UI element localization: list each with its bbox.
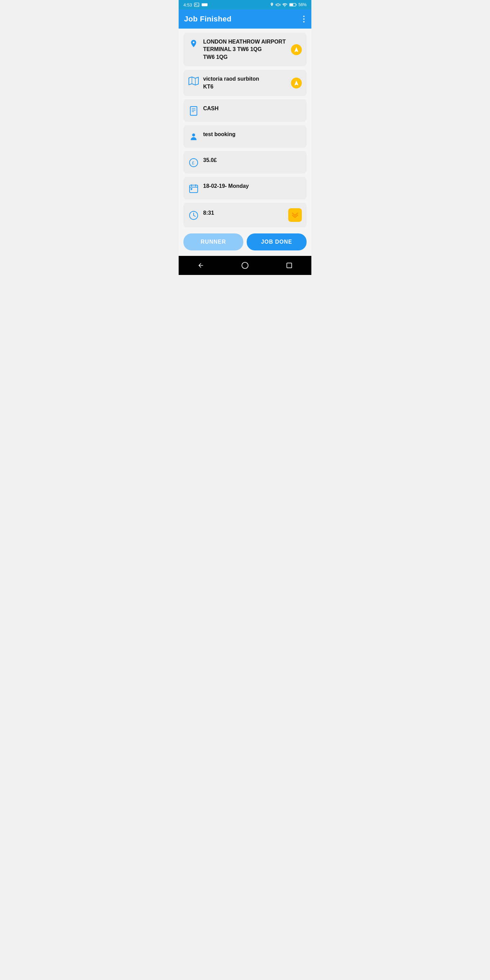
bottom-navigation	[179, 256, 311, 275]
status-bar: 4:53 56%	[179, 0, 311, 10]
clock-icon	[188, 210, 199, 221]
navigate-badge-pickup[interactable]	[291, 44, 302, 55]
svg-point-10	[192, 134, 195, 137]
calendar-icon	[188, 183, 199, 194]
svg-rect-4	[296, 4, 296, 5]
pickup-location-card: LONDON HEATHROW AIRPORT TERMINAL 3 TW6 1…	[183, 33, 307, 66]
action-buttons-row: RUNNER JOB DONE	[183, 231, 307, 252]
location-status-icon	[270, 2, 274, 7]
svg-point-21	[242, 262, 248, 269]
payment-method-card: CASH	[183, 99, 307, 122]
status-left: 4:53	[183, 2, 208, 8]
back-nav-button[interactable]	[196, 261, 205, 270]
dropoff-address-text: victoria raod surbitonKT6	[203, 75, 259, 91]
time-card: 8:31	[183, 203, 307, 227]
home-nav-button[interactable]	[240, 261, 250, 270]
expand-chevron-button[interactable]	[288, 208, 302, 222]
passenger-text: test booking	[203, 130, 235, 138]
main-content: LONDON HEATHROW AIRPORT TERMINAL 3 TW6 1…	[179, 29, 311, 256]
wifi-icon	[282, 3, 288, 7]
receipt-icon	[188, 105, 199, 116]
svg-text:£: £	[192, 160, 195, 165]
media-icon	[202, 3, 208, 7]
runner-button[interactable]: RUNNER	[183, 234, 243, 250]
person-icon	[188, 131, 199, 142]
status-right: 56%	[270, 2, 307, 7]
map-icon	[188, 76, 199, 87]
image-icon	[194, 2, 199, 7]
battery-text: 56%	[298, 2, 307, 7]
svg-rect-5	[290, 4, 293, 6]
page-title: Job Finished	[184, 14, 231, 24]
time-display: 4:53	[183, 2, 192, 8]
fare-text: 35.0£	[203, 156, 217, 164]
job-done-button[interactable]: JOB DONE	[247, 234, 307, 250]
time-text: 8:31	[203, 209, 214, 217]
date-text: 18-02-19- Monday	[203, 182, 249, 190]
payment-text: CASH	[203, 105, 218, 112]
dropoff-location-card: victoria raod surbitonKT6	[183, 70, 307, 96]
svg-rect-0	[195, 3, 199, 7]
date-card: 18-02-19- Monday	[183, 177, 307, 199]
vibrate-icon	[275, 2, 280, 7]
pickup-address-text: LONDON HEATHROW AIRPORT TERMINAL 3 TW6 1…	[203, 38, 291, 61]
battery-icon	[289, 3, 297, 7]
app-bar: Job Finished	[179, 10, 311, 29]
navigate-badge-dropoff[interactable]	[291, 78, 302, 89]
passenger-name-card: test booking	[183, 125, 307, 148]
fare-card: £ 35.0£	[183, 151, 307, 173]
svg-rect-2	[202, 3, 208, 6]
svg-rect-22	[287, 263, 292, 268]
recent-nav-button[interactable]	[285, 261, 294, 270]
pin-icon	[188, 39, 199, 50]
svg-rect-6	[190, 107, 197, 115]
more-options-button[interactable]	[302, 14, 306, 24]
pound-icon: £	[188, 157, 199, 168]
svg-line-20	[194, 215, 195, 216]
